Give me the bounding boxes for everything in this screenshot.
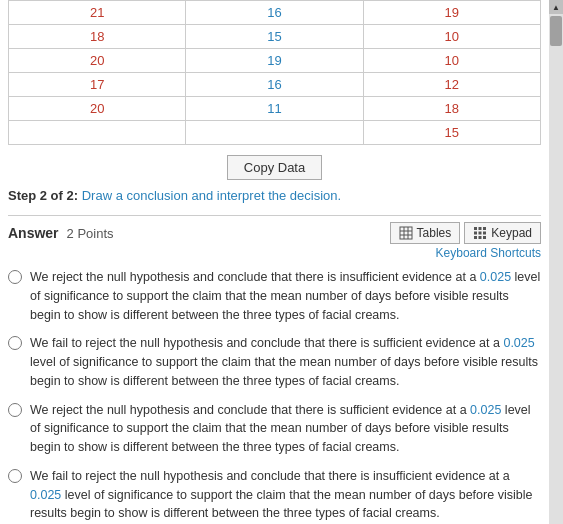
keypad-label: Keypad (491, 226, 532, 240)
answer-header-right: Tables (390, 222, 541, 244)
svg-rect-9 (479, 232, 482, 235)
option-item-1: We reject the null hypothesis and conclu… (8, 268, 541, 324)
table-cell-col1: 20 (9, 49, 186, 73)
scroll-up-button[interactable]: ▲ (549, 0, 563, 14)
svg-rect-7 (483, 227, 486, 230)
table-cell-col2: 11 (186, 97, 363, 121)
keyboard-shortcuts-link[interactable]: Keyboard Shortcuts (8, 246, 541, 260)
table-cell-col3: 18 (363, 97, 540, 121)
scrollbar[interactable]: ▲ ▼ (549, 0, 563, 524)
main-content: 21161918151020191017161220111815 Copy Da… (0, 0, 549, 524)
option-radio-1[interactable] (8, 270, 22, 284)
table-row: 181510 (9, 25, 541, 49)
svg-rect-10 (483, 232, 486, 235)
data-table: 21161918151020191017161220111815 (8, 0, 541, 145)
table-cell-col3: 10 (363, 49, 540, 73)
option-item-4: We fail to reject the null hypothesis an… (8, 467, 541, 523)
table-row: 211619 (9, 1, 541, 25)
table-cell-col3: 15 (363, 121, 540, 145)
table-cell-col3: 12 (363, 73, 540, 97)
option-radio-3[interactable] (8, 403, 22, 417)
step-number: Step 2 of 2: (8, 188, 78, 203)
divider (8, 215, 541, 216)
answer-label: Answer (8, 225, 59, 241)
table-cell-col2: 16 (186, 1, 363, 25)
option-text-3: We reject the null hypothesis and conclu… (30, 401, 541, 457)
svg-rect-5 (474, 227, 477, 230)
scroll-thumb[interactable] (550, 16, 562, 46)
answer-header: Answer 2 Points Tables (8, 222, 541, 244)
svg-rect-13 (483, 236, 486, 239)
table-cell-col1: 18 (9, 25, 186, 49)
option-text-4: We fail to reject the null hypothesis an… (30, 467, 541, 523)
keypad-icon (473, 226, 487, 240)
keypad-button[interactable]: Keypad (464, 222, 541, 244)
tables-icon (399, 226, 413, 240)
option-text-2: We fail to reject the null hypothesis an… (30, 334, 541, 390)
table-cell-col3: 19 (363, 1, 540, 25)
svg-rect-11 (474, 236, 477, 239)
table-cell-col2: 16 (186, 73, 363, 97)
svg-rect-0 (400, 227, 412, 239)
table-cell-col2 (186, 121, 363, 145)
option-radio-4[interactable] (8, 469, 22, 483)
answer-header-left: Answer 2 Points (8, 225, 114, 241)
answer-section: Answer 2 Points Tables (8, 222, 541, 523)
copy-data-button[interactable]: Copy Data (227, 155, 322, 180)
option-radio-2[interactable] (8, 336, 22, 350)
option-item-3: We reject the null hypothesis and conclu… (8, 401, 541, 457)
table-row: 201910 (9, 49, 541, 73)
table-cell-col1: 20 (9, 97, 186, 121)
tables-label: Tables (417, 226, 452, 240)
table-cell-col2: 19 (186, 49, 363, 73)
svg-rect-12 (479, 236, 482, 239)
options-list: We reject the null hypothesis and conclu… (8, 268, 541, 523)
answer-points: 2 Points (67, 226, 114, 241)
table-cell-col1 (9, 121, 186, 145)
table-cell-col2: 15 (186, 25, 363, 49)
table-row: 171612 (9, 73, 541, 97)
table-cell-col1: 17 (9, 73, 186, 97)
table-row: 15 (9, 121, 541, 145)
step-instruction: Draw a conclusion and interpret the deci… (82, 188, 341, 203)
table-row: 201118 (9, 97, 541, 121)
step-label: Step 2 of 2: Draw a conclusion and inter… (8, 188, 541, 203)
svg-rect-6 (479, 227, 482, 230)
option-text-1: We reject the null hypothesis and conclu… (30, 268, 541, 324)
svg-rect-8 (474, 232, 477, 235)
option-item-2: We fail to reject the null hypothesis an… (8, 334, 541, 390)
tables-button[interactable]: Tables (390, 222, 461, 244)
table-cell-col1: 21 (9, 1, 186, 25)
table-cell-col3: 10 (363, 25, 540, 49)
page-wrapper: 21161918151020191017161220111815 Copy Da… (0, 0, 563, 524)
